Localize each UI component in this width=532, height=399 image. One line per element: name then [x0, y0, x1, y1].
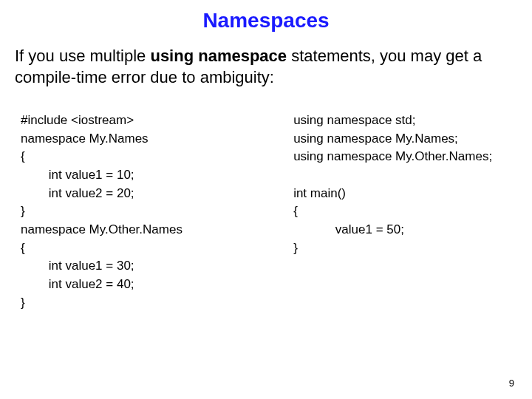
code-right: using namespace std; using namespace My.… [293, 112, 517, 312]
code-columns: #include <iostream> namespace My.Names {… [15, 112, 517, 312]
intro-pre: If you use multiple [15, 47, 150, 65]
intro-text: If you use multiple using namespace stat… [15, 46, 517, 88]
intro-keyword: using namespace [150, 47, 287, 65]
slide-title: Namespaces [15, 9, 517, 33]
page-number: 9 [509, 378, 514, 389]
code-left: #include <iostream> namespace My.Names {… [21, 112, 267, 312]
